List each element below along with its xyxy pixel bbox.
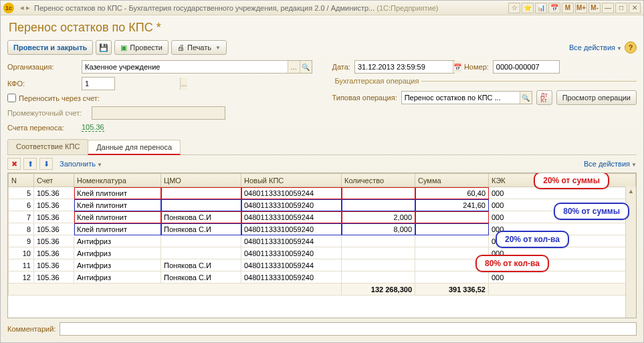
mem-plus-button[interactable]: M+	[575, 3, 587, 13]
grid-all-actions-link[interactable]: Все действия▼	[584, 160, 637, 168]
col-qty[interactable]: Количество	[342, 174, 415, 187]
thru-account-checkbox[interactable]	[7, 94, 16, 102]
titlebar: 1с ◂ ▸ Перенос остатков по КПС - Бухгалт…	[1, 1, 643, 15]
calc-icon[interactable]: 📊	[535, 3, 547, 13]
org-picker-icon[interactable]: …	[288, 61, 300, 73]
calendar-icon[interactable]: 📅	[548, 3, 560, 13]
delete-row-icon[interactable]: ✖	[7, 158, 21, 170]
org-open-icon[interactable]: 🔍	[300, 61, 312, 73]
col-cmo[interactable]: ЦМО	[161, 174, 241, 187]
thru-account-label: Переносить через счет:	[19, 94, 100, 102]
comment-label: Комментарий:	[7, 325, 56, 333]
col-n[interactable]: N	[9, 174, 34, 187]
mem-minus-button[interactable]: M-	[588, 3, 601, 13]
post-icon: ▣	[120, 43, 127, 52]
transfer-accounts-link[interactable]: 105.36	[82, 123, 104, 132]
total-sum: 391 336,52	[415, 283, 489, 296]
post-button[interactable]: ▣ Провести	[114, 40, 169, 55]
minimize-icon[interactable]: —	[602, 3, 614, 13]
total-qty: 132 268,300	[342, 283, 415, 296]
window-title: Перенос остатков по КПС - Бухгалтерия го…	[34, 4, 508, 12]
date-input[interactable]	[355, 61, 453, 73]
nav-back-icon[interactable]: ◂	[20, 3, 24, 12]
tab-kps-map[interactable]: Соответствие КПС	[7, 139, 88, 154]
maximize-icon[interactable]: □	[615, 3, 627, 13]
main-toolbar: Провести и закрыть 💾 ▣ Провести 🖨 Печать…	[7, 40, 637, 55]
kfo-label: КФО:	[7, 80, 78, 88]
table-row[interactable]: 12105.36АнтифризПонякова С.И048011333100…	[9, 271, 636, 283]
print-button[interactable]: 🖨 Печать▼	[171, 40, 227, 55]
grid: N Счет Номенклатура ЦМО Новый КПС Количе…	[7, 173, 637, 318]
comment-input[interactable]	[60, 323, 636, 335]
help-icon[interactable]: ?	[625, 41, 637, 53]
kfo-input[interactable]	[82, 78, 180, 90]
type-op-input[interactable]	[402, 92, 520, 104]
col-acc[interactable]: Счет	[34, 174, 74, 187]
org-input[interactable]	[82, 61, 288, 73]
calendar-picker-icon[interactable]: 📅	[453, 61, 461, 73]
app-window: 1с ◂ ▸ Перенос остатков по КПС - Бухгалт…	[0, 0, 644, 343]
all-actions-link[interactable]: Все действия▼	[569, 43, 622, 51]
callout-qty80: 80% от кол-ва	[475, 255, 549, 272]
grid-toolbar: ✖ ⬆ ⬇ Заполнить▼ Все действия▼	[7, 155, 637, 173]
fav-list-icon[interactable]: ☆	[508, 3, 520, 13]
app-icon: 1с	[3, 3, 14, 13]
callout-sum20: 20% от суммы	[534, 173, 609, 189]
col-nom[interactable]: Номенклатура	[74, 174, 161, 187]
post-and-close-button[interactable]: Провести и закрыть	[7, 40, 93, 55]
col-sum[interactable]: Сумма	[415, 174, 489, 187]
transfer-accounts-label: Счета переноса:	[7, 124, 78, 132]
bop-legend: Бухгалтерская операция	[332, 77, 422, 85]
close-icon[interactable]: ✕	[629, 3, 641, 13]
date-label: Дата:	[332, 63, 350, 71]
callout-qty20: 20% от кол-ва	[496, 231, 569, 248]
col-kps[interactable]: Новый КПС	[241, 174, 342, 187]
move-down-icon[interactable]: ⬇	[39, 158, 53, 170]
page-title: Перенос остатков по КПС *	[9, 21, 637, 35]
number-input[interactable]	[494, 61, 591, 73]
type-op-label: Типовая операция:	[332, 94, 397, 102]
fav-icon[interactable]: ⭐	[522, 3, 534, 13]
view-operation-button[interactable]: Просмотр операции	[556, 90, 637, 105]
save-button[interactable]: 💾	[96, 40, 112, 55]
table-row[interactable]: 7105.36Клей плитонитПонякова С.И04801133…	[9, 211, 636, 223]
tabs: Соответствие КПС Данные для переноса	[7, 139, 637, 155]
mem-button[interactable]: M	[562, 3, 574, 13]
table-row[interactable]: 6105.36Клей плитонит04801133310059240241…	[9, 199, 636, 211]
number-label: Номер:	[464, 63, 489, 71]
fill-link[interactable]: Заполнить▼	[60, 160, 102, 168]
inter-account-label: Промежуточный счет:	[7, 109, 88, 117]
print-icon: 🖨	[177, 43, 185, 51]
org-label: Организация:	[7, 63, 78, 71]
type-op-open-icon[interactable]: 🔍	[520, 92, 532, 104]
nav-fwd-icon[interactable]: ▸	[26, 3, 30, 12]
dtkt-button[interactable]: ДтКт	[536, 90, 552, 105]
move-up-icon[interactable]: ⬆	[23, 158, 37, 170]
inter-account-input	[92, 107, 225, 119]
callout-sum80: 80% от суммы	[554, 203, 629, 220]
tab-transfer-data[interactable]: Данные для переноса	[88, 140, 181, 155]
kfo-picker-icon[interactable]: …	[180, 78, 187, 90]
